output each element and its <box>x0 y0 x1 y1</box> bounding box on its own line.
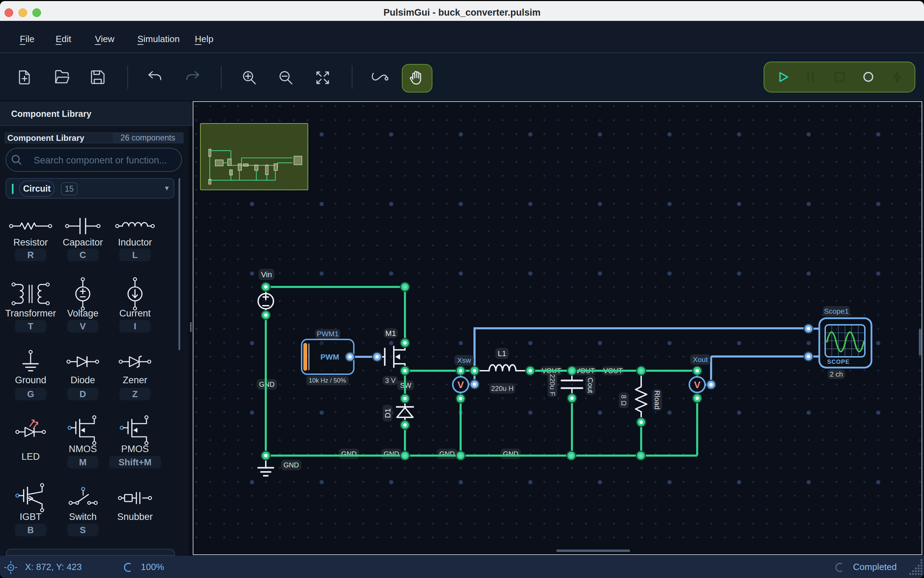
svg-text:Xsw: Xsw <box>457 356 471 364</box>
svg-text:Cout: Cout <box>586 378 594 393</box>
svg-text:Rload: Rload <box>653 391 661 410</box>
svg-text:M1: M1 <box>385 329 396 338</box>
svg-text:PWM: PWM <box>320 352 339 361</box>
svg-text:PWM1: PWM1 <box>317 330 339 338</box>
svg-text:GND: GND <box>284 461 299 469</box>
svg-text:220u F: 220u F <box>549 374 556 396</box>
svg-text:2 ch: 2 ch <box>830 370 843 378</box>
svg-text:D1: D1 <box>383 408 392 418</box>
svg-text:L1: L1 <box>498 349 506 358</box>
svg-text:V: V <box>458 380 464 390</box>
svg-text:10k Hz / 50%: 10k Hz / 50% <box>309 377 346 384</box>
svg-text:SCOPE: SCOPE <box>827 359 850 365</box>
svg-text:Xout: Xout <box>693 356 708 364</box>
svg-text:8 Ω: 8 Ω <box>620 395 628 406</box>
svg-text:V: V <box>694 380 701 390</box>
svg-text:3 V: 3 V <box>385 377 396 384</box>
svg-text:220u H: 220u H <box>491 385 514 392</box>
svg-text:Scope1: Scope1 <box>824 307 849 315</box>
svg-text:Vin: Vin <box>261 270 272 279</box>
